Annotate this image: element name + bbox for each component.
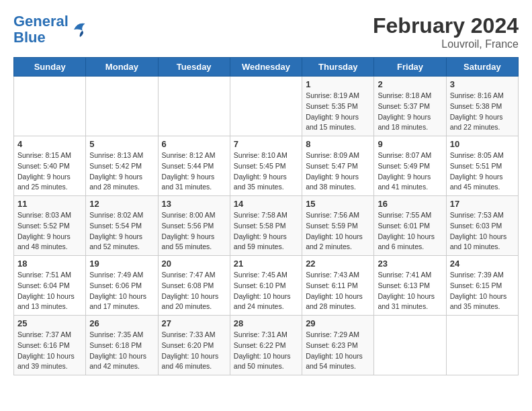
weekday-header: Wednesday [230,58,302,77]
day-number: 8 [306,139,370,149]
calendar-cell: 9Sunrise: 8:07 AM Sunset: 5:49 PM Daylig… [374,136,446,196]
calendar-week-row: 18Sunrise: 7:51 AM Sunset: 6:04 PM Dayli… [14,256,519,316]
calendar-table: SundayMondayTuesdayWednesdayThursdayFrid… [13,57,519,375]
calendar-cell [230,77,302,136]
day-info: Sunrise: 7:37 AM Sunset: 6:16 PM Dayligh… [17,330,82,372]
calendar-cell: 27Sunrise: 7:33 AM Sunset: 6:20 PM Dayli… [158,316,230,375]
day-info: Sunrise: 7:51 AM Sunset: 6:04 PM Dayligh… [17,270,82,312]
day-number: 29 [306,318,370,328]
calendar-cell: 20Sunrise: 7:47 AM Sunset: 6:08 PM Dayli… [158,256,230,316]
day-number: 22 [306,259,370,269]
weekday-header: Saturday [446,58,518,77]
calendar-cell: 23Sunrise: 7:41 AM Sunset: 6:13 PM Dayli… [374,256,446,316]
day-number: 12 [89,199,154,209]
day-number: 24 [450,259,515,269]
calendar-week-row: 25Sunrise: 7:37 AM Sunset: 6:16 PM Dayli… [14,316,519,375]
calendar-cell: 3Sunrise: 8:16 AM Sunset: 5:38 PM Daylig… [446,77,518,136]
day-info: Sunrise: 7:47 AM Sunset: 6:08 PM Dayligh… [162,270,226,312]
day-info: Sunrise: 7:35 AM Sunset: 6:18 PM Dayligh… [89,330,154,372]
day-info: Sunrise: 7:49 AM Sunset: 6:06 PM Dayligh… [89,270,154,312]
calendar-cell: 17Sunrise: 7:53 AM Sunset: 6:03 PM Dayli… [446,196,518,256]
location: Louvroil, France [373,38,519,50]
weekday-header: Thursday [302,58,374,77]
calendar-cell [446,316,518,375]
day-number: 13 [162,199,226,209]
calendar-cell: 14Sunrise: 7:58 AM Sunset: 5:58 PM Dayli… [230,196,302,256]
day-info: Sunrise: 8:12 AM Sunset: 5:44 PM Dayligh… [162,150,226,193]
title-block: February 2024 Louvroil, France [373,13,519,50]
day-info: Sunrise: 8:16 AM Sunset: 5:38 PM Dayligh… [450,91,515,133]
calendar-cell: 1Sunrise: 8:19 AM Sunset: 5:35 PM Daylig… [302,77,374,136]
day-info: Sunrise: 8:02 AM Sunset: 5:54 PM Dayligh… [89,210,154,253]
day-number: 9 [378,139,442,149]
day-info: Sunrise: 7:41 AM Sunset: 6:13 PM Dayligh… [378,270,442,312]
day-info: Sunrise: 7:31 AM Sunset: 6:22 PM Dayligh… [234,330,298,372]
day-info: Sunrise: 8:19 AM Sunset: 5:35 PM Dayligh… [306,91,370,133]
calendar-cell: 5Sunrise: 8:13 AM Sunset: 5:42 PM Daylig… [86,136,158,196]
day-info: Sunrise: 8:07 AM Sunset: 5:49 PM Dayligh… [378,150,442,193]
day-info: Sunrise: 8:00 AM Sunset: 5:56 PM Dayligh… [162,210,226,253]
day-number: 1 [306,79,370,89]
day-info: Sunrise: 7:58 AM Sunset: 5:58 PM Dayligh… [234,210,298,253]
weekday-header: Sunday [14,58,86,77]
day-number: 21 [234,259,298,269]
calendar-cell: 18Sunrise: 7:51 AM Sunset: 6:04 PM Dayli… [14,256,86,316]
calendar-cell: 11Sunrise: 8:03 AM Sunset: 5:52 PM Dayli… [14,196,86,256]
calendar-cell: 8Sunrise: 8:09 AM Sunset: 5:47 PM Daylig… [302,136,374,196]
day-info: Sunrise: 8:09 AM Sunset: 5:47 PM Dayligh… [306,150,370,193]
calendar-cell: 21Sunrise: 7:45 AM Sunset: 6:10 PM Dayli… [230,256,302,316]
calendar-week-row: 4Sunrise: 8:15 AM Sunset: 5:40 PM Daylig… [14,136,519,196]
day-number: 16 [378,199,442,209]
calendar-cell [14,77,86,136]
day-number: 7 [234,139,298,149]
day-number: 25 [17,318,82,328]
day-number: 4 [17,139,82,149]
day-info: Sunrise: 7:56 AM Sunset: 5:59 PM Dayligh… [306,210,370,253]
calendar-cell: 19Sunrise: 7:49 AM Sunset: 6:06 PM Dayli… [86,256,158,316]
day-number: 10 [450,139,515,149]
day-info: Sunrise: 8:03 AM Sunset: 5:52 PM Dayligh… [17,210,82,253]
calendar-cell: 16Sunrise: 7:55 AM Sunset: 6:01 PM Dayli… [374,196,446,256]
day-info: Sunrise: 7:29 AM Sunset: 6:23 PM Dayligh… [306,330,370,372]
day-number: 3 [450,79,515,89]
day-number: 27 [162,318,226,328]
day-info: Sunrise: 7:45 AM Sunset: 6:10 PM Dayligh… [234,270,298,312]
day-number: 14 [234,199,298,209]
calendar-cell [86,77,158,136]
calendar-cell [374,316,446,375]
day-info: Sunrise: 7:33 AM Sunset: 6:20 PM Dayligh… [162,330,226,372]
calendar-cell: 29Sunrise: 7:29 AM Sunset: 6:23 PM Dayli… [302,316,374,375]
calendar-cell: 4Sunrise: 8:15 AM Sunset: 5:40 PM Daylig… [14,136,86,196]
calendar-cell: 2Sunrise: 8:18 AM Sunset: 5:37 PM Daylig… [374,77,446,136]
day-info: Sunrise: 7:43 AM Sunset: 6:11 PM Dayligh… [306,270,370,312]
calendar-cell: 7Sunrise: 8:10 AM Sunset: 5:45 PM Daylig… [230,136,302,196]
day-number: 11 [17,199,82,209]
day-info: Sunrise: 8:13 AM Sunset: 5:42 PM Dayligh… [89,150,154,193]
calendar-cell: 13Sunrise: 8:00 AM Sunset: 5:56 PM Dayli… [158,196,230,256]
logo-bird-icon [70,19,90,40]
calendar-cell: 15Sunrise: 7:56 AM Sunset: 5:59 PM Dayli… [302,196,374,256]
calendar-cell: 26Sunrise: 7:35 AM Sunset: 6:18 PM Dayli… [86,316,158,375]
day-info: Sunrise: 8:15 AM Sunset: 5:40 PM Dayligh… [17,150,82,193]
month-title: February 2024 [373,13,519,38]
day-number: 15 [306,199,370,209]
logo: General Blue [13,13,90,46]
weekday-header: Monday [86,58,158,77]
logo-text: General Blue [13,13,69,46]
day-number: 17 [450,199,515,209]
day-info: Sunrise: 7:53 AM Sunset: 6:03 PM Dayligh… [450,210,515,253]
day-number: 5 [89,139,154,149]
day-info: Sunrise: 7:55 AM Sunset: 6:01 PM Dayligh… [378,210,442,253]
day-number: 2 [378,79,442,89]
calendar-cell: 28Sunrise: 7:31 AM Sunset: 6:22 PM Dayli… [230,316,302,375]
calendar-cell: 10Sunrise: 8:05 AM Sunset: 5:51 PM Dayli… [446,136,518,196]
weekday-header: Friday [374,58,446,77]
day-info: Sunrise: 7:39 AM Sunset: 6:15 PM Dayligh… [450,270,515,312]
calendar-week-row: 1Sunrise: 8:19 AM Sunset: 5:35 PM Daylig… [14,77,519,136]
day-info: Sunrise: 8:18 AM Sunset: 5:37 PM Dayligh… [378,91,442,133]
day-number: 23 [378,259,442,269]
day-number: 20 [162,259,226,269]
calendar-cell [158,77,230,136]
calendar-cell: 25Sunrise: 7:37 AM Sunset: 6:16 PM Dayli… [14,316,86,375]
calendar-cell: 6Sunrise: 8:12 AM Sunset: 5:44 PM Daylig… [158,136,230,196]
